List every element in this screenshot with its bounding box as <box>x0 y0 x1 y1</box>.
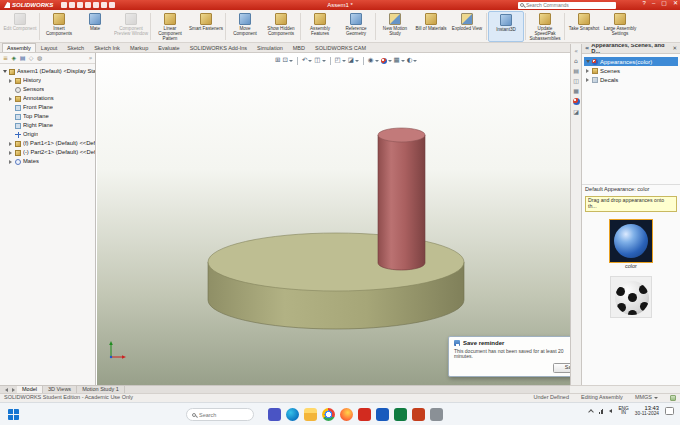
ribbon-move-component[interactable]: Move Component <box>227 11 263 42</box>
tree-item-front-plane[interactable]: Front Plane <box>0 103 95 112</box>
settings-app-icon[interactable] <box>430 408 443 421</box>
network-icon[interactable] <box>599 409 604 414</box>
zoom-to-area-icon[interactable] <box>282 57 292 64</box>
expand-arrow-icon[interactable] <box>586 78 590 82</box>
tab-mbd[interactable]: MBD <box>288 43 310 52</box>
print-icon[interactable] <box>85 2 91 8</box>
file-explorer-icon[interactable] <box>573 78 579 84</box>
expand-arrow-icon[interactable] <box>9 151 13 155</box>
previous-view-icon[interactable] <box>302 57 312 64</box>
tree-item-scenes[interactable]: Scenes <box>584 66 678 75</box>
edit-appearance-icon[interactable] <box>381 58 392 64</box>
powerpoint-app-icon[interactable] <box>412 408 425 421</box>
notification-center-icon[interactable] <box>665 407 674 415</box>
tree-item-origin[interactable]: Origin <box>0 130 95 139</box>
tab-markup[interactable]: Markup <box>125 43 153 52</box>
ribbon-bill-of-materials[interactable]: Bill of Materials <box>413 11 449 42</box>
display-style-icon[interactable] <box>348 57 359 64</box>
dimxpert-tab-icon[interactable]: ◇ <box>29 55 34 61</box>
tab-model[interactable]: Model <box>17 386 43 393</box>
design-library-icon[interactable] <box>573 68 579 74</box>
solidworks-resources-icon[interactable] <box>574 58 578 64</box>
hide-show-items-icon[interactable] <box>368 57 379 64</box>
tree-item-assembly-root[interactable]: Assem1 (Default) <Display State <box>0 67 95 76</box>
command-search-input[interactable] <box>526 2 614 8</box>
tree-item-sensors[interactable]: Sensors <box>0 85 95 94</box>
tab-layout[interactable]: Layout <box>36 43 63 52</box>
taskbar-search[interactable] <box>186 408 254 421</box>
taskbar-search-input[interactable] <box>199 412 241 418</box>
scroll-left-icon[interactable] <box>5 388 8 392</box>
open-icon[interactable] <box>69 2 75 8</box>
tab-3d-views[interactable]: 3D Views <box>43 386 77 393</box>
view-orientation-icon[interactable] <box>335 57 346 64</box>
undo-icon[interactable] <box>93 2 99 8</box>
save-button[interactable]: Save <box>553 363 570 373</box>
status-tag-icon[interactable] <box>670 395 676 401</box>
tab-simulation[interactable]: Simulation <box>252 43 288 52</box>
configurationmanager-tab-icon[interactable]: ▤ <box>20 55 26 61</box>
tree-item-top-plane[interactable]: Top Plane <box>0 112 95 121</box>
ribbon-reference-geometry[interactable]: Reference Geometry <box>338 11 374 42</box>
expand-arrow-icon[interactable] <box>9 79 13 83</box>
solidworks-app-icon[interactable] <box>358 408 371 421</box>
tree-item-right-plane[interactable]: Right Plane <box>0 121 95 130</box>
language-indicator[interactable]: ENG IN <box>618 407 628 417</box>
file-explorer-app-icon[interactable] <box>304 408 317 421</box>
firefox-app-icon[interactable] <box>340 408 353 421</box>
expand-arrow-icon[interactable] <box>3 70 7 73</box>
featuremanager-tab-icon[interactable]: ≡ <box>3 55 8 61</box>
expand-arrow-icon[interactable] <box>9 142 13 146</box>
tab-solidworks-add-ins[interactable]: SOLIDWORKS Add-Ins <box>185 43 252 52</box>
ribbon-component-preview-window[interactable]: Component Preview Window <box>113 11 149 42</box>
save-icon[interactable] <box>77 2 83 8</box>
appearances-scenes-icon[interactable] <box>573 98 580 105</box>
expand-arrow-icon[interactable] <box>586 60 590 63</box>
minimize-icon[interactable]: – <box>652 0 655 6</box>
tree-item-decals[interactable]: Decals <box>584 75 678 84</box>
tab-sketch[interactable]: Sketch <box>62 43 89 52</box>
tree-item-history[interactable]: History <box>0 76 95 85</box>
edge-app-icon[interactable] <box>286 408 299 421</box>
ribbon-mate[interactable]: Mate <box>77 11 113 42</box>
ribbon-take-snapshot[interactable]: Take Snapshot <box>566 11 602 42</box>
tab-evaluate[interactable]: Evaluate <box>153 43 184 52</box>
ribbon-exploded-view[interactable]: Exploded View <box>449 11 485 42</box>
options-icon[interactable] <box>109 2 115 8</box>
ribbon-linear-component-pattern[interactable]: Linear Component Pattern <box>152 11 188 42</box>
view-palette-icon[interactable] <box>573 88 579 94</box>
close-icon[interactable] <box>672 45 677 52</box>
scroll-right-icon[interactable] <box>12 388 15 392</box>
tree-item-part1[interactable]: (f) Part1<1> (Default) <<Defa <box>0 139 95 148</box>
teams-app-icon[interactable] <box>268 408 281 421</box>
ribbon-instant3d[interactable]: Instant3D <box>488 11 524 42</box>
start-button-icon[interactable] <box>8 409 19 420</box>
close-icon[interactable]: ✕ <box>673 0 678 6</box>
ribbon-large-assembly-settings[interactable]: Large Assembly Settings <box>602 11 638 42</box>
tree-item-part2[interactable]: (-) Part2<1> (Default) <<Defa <box>0 148 95 157</box>
graphics-viewport[interactable]: Save reminder This document has not been… <box>97 53 570 385</box>
chrome-app-icon[interactable] <box>322 408 335 421</box>
view-settings-icon[interactable] <box>407 57 418 64</box>
collapse-chevrons-icon[interactable] <box>574 48 578 54</box>
ribbon-show-hidden-components[interactable]: Show Hidden Components <box>263 11 299 42</box>
pin-chevrons-icon[interactable] <box>585 45 589 52</box>
soccer-ball-preview[interactable] <box>610 276 652 318</box>
rebuild-icon[interactable] <box>101 2 107 8</box>
expand-arrow-icon[interactable] <box>9 160 13 164</box>
ribbon-assembly-features[interactable]: Assembly Features <box>302 11 338 42</box>
help-icon[interactable]: ? <box>643 0 646 6</box>
tree-item-appearances[interactable]: Appearances(color) <box>584 57 678 66</box>
clock[interactable]: 13:43 30-11-2024 <box>635 406 659 417</box>
ribbon-smart-fasteners[interactable]: Smart Fasteners <box>188 11 224 42</box>
command-search[interactable] <box>518 2 616 9</box>
blue-sphere-preview[interactable] <box>610 220 652 262</box>
propertymanager-tab-icon[interactable]: ◈ <box>12 55 17 61</box>
ribbon-edit-component[interactable]: Edit Component <box>2 11 38 42</box>
tree-item-mates[interactable]: Mates <box>0 157 95 166</box>
panel-expand-chevron-icon[interactable]: » <box>88 55 92 61</box>
ribbon-new-motion-study[interactable]: New Motion Study <box>377 11 413 42</box>
zoom-to-fit-icon[interactable] <box>275 57 280 64</box>
maximize-icon[interactable]: ▢ <box>661 0 667 6</box>
new-file-icon[interactable] <box>61 2 67 8</box>
